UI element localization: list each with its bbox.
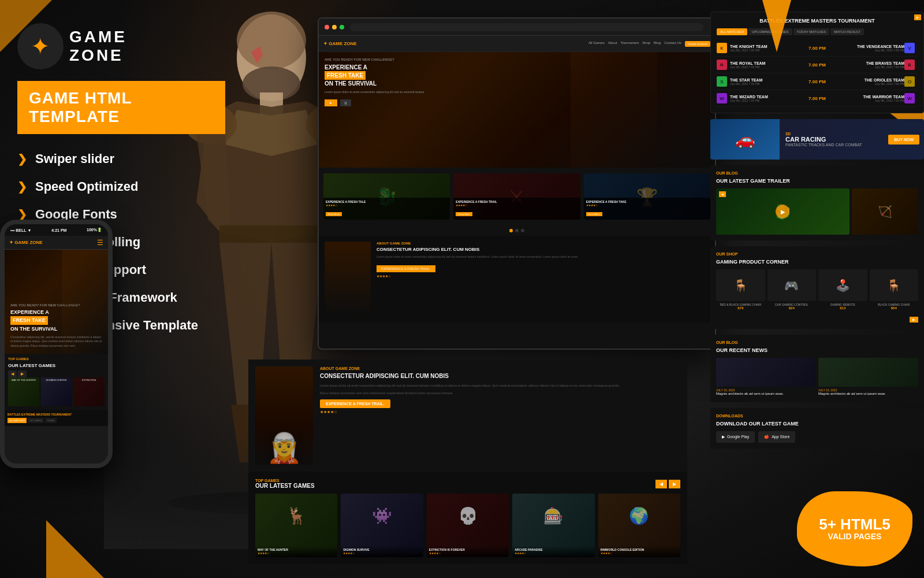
games-next-btn[interactable]: ▶ <box>669 480 680 488</box>
nav-about: About <box>608 41 617 47</box>
car-buy-btn[interactable]: BUY NOW <box>888 135 919 144</box>
dot-yellow <box>332 25 337 29</box>
vengeance-icon: V <box>904 43 915 53</box>
mobile-game-3: EXTINCTION <box>73 377 105 406</box>
card-3-stars: ★★★★☆ <box>586 203 708 207</box>
game-2-icon: 👾 <box>341 494 423 538</box>
mobile-game-2: DIGIMON SURVIVE <box>41 377 72 406</box>
trailer-main-video[interactable]: 🐉 ▶ ◀ <box>716 188 850 235</box>
preview-card-2: ⚔ EXPERIENCE A FRESH TRAIL ★★★★☆ Know Mo… <box>453 173 580 220</box>
download-section: DOWNLOADS DOWNLOAD OUR LATEST GAME ▶ Goo… <box>710 408 924 449</box>
team-warrior: W THE WARRIOR TEAM July 9th, 2022 7:00 P… <box>830 93 918 103</box>
about-section: 🧝 ABOUT GAME ZONE CONSECTETUR ADIPISCING… <box>248 360 687 472</box>
challenge-label: ARE YOU READY FOR NEW CHALLENGE? <box>325 58 424 61</box>
warrior-date: July 9th, 2022 7:00 PM <box>830 99 904 102</box>
nav-shop: Shop <box>642 41 650 47</box>
card-3-btn[interactable]: Know More <box>586 212 602 216</box>
products-section: OUR SHOP GAMING PRODUCT CORNER 🪑 Red & B… <box>710 246 924 329</box>
about-experience-btn[interactable]: EXPERIENCE A FRESH TRAIL. <box>320 399 390 408</box>
logo-game-text: GAME <box>69 28 127 46</box>
nav-tournament: Tournament <box>620 41 639 47</box>
match-row-3: S THE STAR TEAM July 9th, 2022 7:00 PM 7… <box>717 73 918 90</box>
download-title: DOWNLOAD OUR LATEST GAME <box>716 421 918 427</box>
trailer-nav-left[interactable]: ◀ <box>719 191 726 197</box>
hero-btn-1[interactable]: ► <box>325 99 337 106</box>
knight-date: July 9th, 2022 7:00 PM <box>730 49 804 52</box>
card-1-btn[interactable]: Know More <box>326 212 342 216</box>
matches-panel: BATTLES EXTREME MASTERS TOURNAMENT ALL M… <box>710 12 924 113</box>
browser-header <box>319 18 715 36</box>
game-card-3[interactable]: 💀 EXTINCTION IS FOREVER ★★★★☆ <box>427 494 509 557</box>
mobile-menu-icon[interactable]: ☰ <box>97 239 103 247</box>
wizard-name: THE WIZARD TEAM <box>730 95 804 99</box>
hero-buttons: ► || <box>325 99 424 106</box>
tab-upcoming[interactable]: UPCOMING MATCHES <box>748 28 792 35</box>
game-card-2[interactable]: 👾 DIGIMON SURVIVE ★★★★☆ <box>341 494 423 557</box>
team-star: S THE STAR TEAM July 9th, 2022 7:00 PM <box>717 76 804 87</box>
car-subtitle: FANTASTIC TRACKS AND CAR COMBAT <box>785 143 882 147</box>
preview-game-cards: 🐉 EXPERIENCE A FRESH TALE ★★★★☆ Know Mor… <box>319 168 715 225</box>
about-preview-mini: ABOUT GAME ZONE CONSECTETUR ADIPISCING E… <box>319 236 715 323</box>
about-content: ABOUT GAME ZONE CONSECTETUR ADIPISCING E… <box>320 366 680 465</box>
match-time-4: 7.00 PM <box>804 96 830 101</box>
warrior-icon: W <box>904 93 915 103</box>
trailer-nav-right[interactable]: ▶ <box>914 14 921 20</box>
download-apple[interactable]: 🍎 App Store <box>758 431 795 443</box>
trailer-section: OUR BLOG OUR LATEST GAME TRAILER 🐉 ▶ ◀ 🏹… <box>710 165 924 240</box>
games-prev-btn[interactable]: ◀ <box>655 480 667 488</box>
download-android[interactable]: ▶ Google Play <box>716 431 755 443</box>
mobile-match-tabs: ALL MATCHES UPCOMING TODAY <box>8 418 105 423</box>
game-card-4[interactable]: 🎰 ARCADE PARADISE ★★★★☆ <box>512 494 594 557</box>
site-nav-preview: ✦ GAME ZONE All Games About Tournament S… <box>319 36 715 52</box>
trailer-small-1[interactable]: 🏹 <box>852 188 918 235</box>
vengeance-name: THE VENGEANCE TEAM <box>830 45 904 49</box>
about-label-mini: ABOUT GAME ZONE <box>377 242 579 245</box>
matches-tournament-title: BATTLES EXTREME MASTERS TOURNAMENT <box>717 18 918 24</box>
mobile-tab-today[interactable]: TODAY <box>45 418 56 423</box>
card-1-overlay: EXPERIENCE A FRESH TALE ★★★★☆ Know More <box>323 198 450 220</box>
tab-today[interactable]: TODAY MATCHES <box>793 28 830 35</box>
tab-all-matches[interactable]: ALL MATCHES <box>717 28 747 35</box>
news-img-2 <box>818 358 918 387</box>
game-4-label: ARCADE PARADISE ★★★★☆ <box>512 546 594 557</box>
car-info: 3D CAR RACING FANTASTIC TRACKS AND CAR C… <box>780 127 888 151</box>
about-title-mini: CONSECTETUR ADIPISCING ELIT. CUM NOBIS <box>377 247 579 253</box>
game-card-5[interactable]: 🌍 RIMWORLD CONSOLE EDITION ★★★★☆ <box>598 494 680 557</box>
mobile-tab-all[interactable]: ALL MATCHES <box>8 418 27 423</box>
about-btn-mini[interactable]: EXPERIENCE A FRESH TRAIL. <box>377 265 435 272</box>
trailer-thumb-icon-1: 🏹 <box>852 188 918 235</box>
middle-bottom-preview: 🧝 ABOUT GAME ZONE CONSECTETUR ADIPISCING… <box>248 360 687 573</box>
about-rating: ★★★★☆ <box>377 274 579 278</box>
news-img-1 <box>716 358 816 387</box>
match-time-2: 7.00 PM <box>804 62 830 68</box>
product-img-4: 🪑 <box>870 269 919 301</box>
url-bar <box>350 23 703 31</box>
mobile-tab-upcoming[interactable]: UPCOMING <box>28 418 44 423</box>
hero-btn-2[interactable]: || <box>340 99 351 106</box>
match-row-4: W THE WIZARD TEAM July 9th, 2022 7:00 PM… <box>717 90 918 107</box>
mobile-arrow-prev[interactable]: ◀ <box>8 370 17 377</box>
match-row-2: R THE ROYAL TEAM July 9th, 2022 7:00 PM … <box>717 57 918 73</box>
arrow-icon-1: ❯ <box>17 152 27 166</box>
warrior-name: THE WARRIOR TEAM <box>830 95 904 99</box>
desktop-preview: ✦ GAME ZONE All Games About Tournament S… <box>318 17 716 350</box>
card-2-btn[interactable]: Know More <box>456 212 472 216</box>
games-header-text: TOP GAMES OUR LATEST GAMES <box>255 479 315 489</box>
tab-result[interactable]: MATCH RESULT <box>830 28 864 35</box>
product-grid: 🪑 Red & Black Gaming Chair $79 🎮 Car Gam… <box>716 269 918 310</box>
match-tabs: ALL MATCHES UPCOMING MATCHES TODAY MATCH… <box>717 28 918 35</box>
game-card-1[interactable]: 🦌 WAY OF THE HUNTER ★★★★☆ <box>255 494 337 557</box>
orioles-date: July 9th, 2022 7:00 PM <box>830 82 904 86</box>
time-text: 4:21 PM <box>51 228 66 232</box>
dot-1 <box>515 229 519 232</box>
play-button[interactable]: ▶ <box>776 205 789 218</box>
mobile-arrow-next[interactable]: ▶ <box>18 370 27 377</box>
news-item-1: JULY 15, 2022 Magnis architecto ab ad se… <box>716 358 816 397</box>
dot-active <box>509 229 513 232</box>
news-grid: JULY 15, 2022 Magnis architecto ab ad se… <box>716 358 918 397</box>
mobile-nav: ✦ GAME ZONE ☰ <box>5 236 108 250</box>
car-image-area: 🚗 <box>710 119 780 160</box>
game-5-icon: 🌍 <box>598 494 680 538</box>
products-nav-btn[interactable]: ▶ <box>910 317 918 323</box>
card-3-overlay: EXPERIENCE A FRESH TAKE ★★★★☆ Know More <box>584 198 710 220</box>
